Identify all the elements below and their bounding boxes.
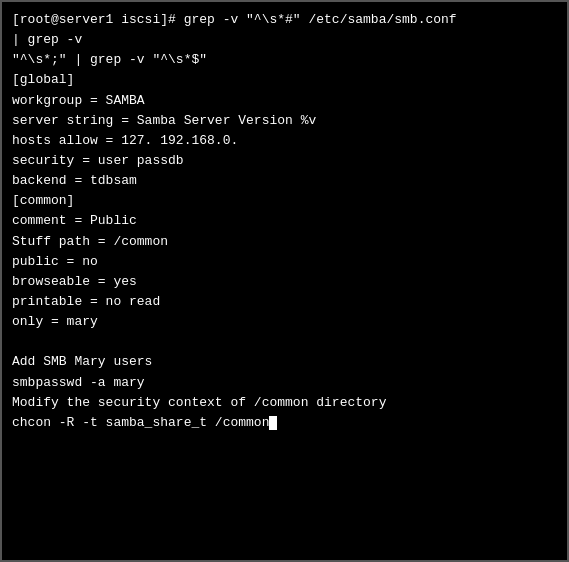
terminal-line-5: workgroup = SAMBA: [12, 91, 557, 111]
terminal-line-4: [global]: [12, 70, 557, 90]
terminal-line-20: Modify the security context of /common d…: [12, 393, 557, 413]
terminal-line-9: backend = tdbsam: [12, 171, 557, 191]
terminal-line-10: [common]: [12, 191, 557, 211]
terminal-line-7: hosts allow = 127. 192.168.0.: [12, 131, 557, 151]
terminal-line-21: chcon -R -t samba_share_t /common: [12, 413, 557, 433]
terminal-line-8: security = user passdb: [12, 151, 557, 171]
terminal-line-14: browseable = yes: [12, 272, 557, 292]
terminal-line-2: | grep -v: [12, 30, 557, 50]
terminal-line-6: server string = Samba Server Version %v: [12, 111, 557, 131]
terminal-content: [root@server1 iscsi]# grep -v "^\s*#" /e…: [12, 10, 557, 433]
terminal-window: [root@server1 iscsi]# grep -v "^\s*#" /e…: [0, 0, 569, 562]
terminal-cursor: [269, 416, 277, 430]
terminal-line-15: printable = no read: [12, 292, 557, 312]
terminal-line-16: only = mary: [12, 312, 557, 332]
terminal-line-13: public = no: [12, 252, 557, 272]
terminal-line-3: "^\s*;" | grep -v "^\s*$": [12, 50, 557, 70]
terminal-line-11: comment = Public: [12, 211, 557, 231]
terminal-line-17: [12, 332, 557, 352]
terminal-line-18: Add SMB Mary users: [12, 352, 557, 372]
terminal-line-19: smbpasswd -a mary: [12, 373, 557, 393]
terminal-line-12: Stuff path = /common: [12, 232, 557, 252]
terminal-line-1: [root@server1 iscsi]# grep -v "^\s*#" /e…: [12, 10, 557, 30]
